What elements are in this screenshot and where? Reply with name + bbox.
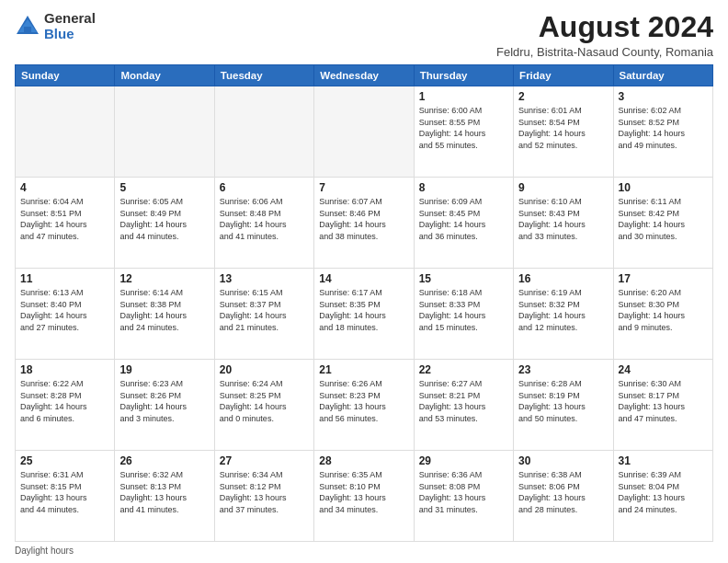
logo: General Blue [15, 11, 96, 41]
calendar-cell-w2-d4: 7Sunrise: 6:07 AM Sunset: 8:46 PM Daylig… [314, 178, 414, 269]
calendar-cell-w3-d2: 12Sunrise: 6:14 AM Sunset: 8:38 PM Dayli… [115, 269, 214, 360]
day-number: 4 [20, 181, 109, 194]
day-info: Sunrise: 6:17 AM Sunset: 8:35 PM Dayligh… [319, 287, 408, 333]
calendar-cell-w2-d7: 10Sunrise: 6:11 AM Sunset: 8:42 PM Dayli… [613, 178, 712, 269]
calendar-cell-w1-d3 [214, 86, 313, 178]
calendar-cell-w2-d1: 4Sunrise: 6:04 AM Sunset: 8:51 PM Daylig… [16, 178, 115, 269]
logo-blue-text: Blue [44, 27, 96, 42]
day-info: Sunrise: 6:13 AM Sunset: 8:40 PM Dayligh… [20, 287, 109, 333]
col-sunday: Sunday [16, 65, 115, 86]
day-number: 27 [220, 454, 309, 467]
calendar-week-1: 1Sunrise: 6:00 AM Sunset: 8:55 PM Daylig… [16, 86, 713, 178]
logo-general-text: General [44, 11, 96, 27]
header: General Blue August 2024 Feldru, Bistrit… [15, 11, 713, 59]
calendar-cell-w3-d1: 11Sunrise: 6:13 AM Sunset: 8:40 PM Dayli… [16, 269, 115, 360]
day-number: 21 [319, 363, 408, 376]
calendar-cell-w3-d4: 14Sunrise: 6:17 AM Sunset: 8:35 PM Dayli… [314, 269, 414, 360]
day-number: 22 [419, 363, 508, 376]
day-info: Sunrise: 6:01 AM Sunset: 8:54 PM Dayligh… [518, 105, 608, 151]
day-info: Sunrise: 6:30 AM Sunset: 8:17 PM Dayligh… [619, 378, 708, 424]
day-number: 23 [518, 363, 608, 376]
day-number: 28 [319, 454, 408, 467]
calendar-cell-w4-d4: 21Sunrise: 6:26 AM Sunset: 8:23 PM Dayli… [314, 360, 414, 451]
calendar-cell-w1-d4 [314, 86, 414, 178]
main-title: August 2024 [496, 11, 713, 43]
subtitle: Feldru, Bistrita-Nasaud County, Romania [496, 45, 713, 59]
day-number: 3 [619, 90, 708, 103]
calendar-week-5: 25Sunrise: 6:31 AM Sunset: 8:15 PM Dayli… [16, 451, 713, 542]
day-info: Sunrise: 6:15 AM Sunset: 8:37 PM Dayligh… [220, 287, 309, 333]
svg-rect-2 [24, 27, 31, 34]
day-info: Sunrise: 6:19 AM Sunset: 8:32 PM Dayligh… [518, 287, 608, 333]
day-number: 30 [518, 454, 608, 467]
day-number: 1 [419, 90, 508, 103]
calendar-cell-w1-d7: 3Sunrise: 6:02 AM Sunset: 8:52 PM Daylig… [613, 86, 712, 178]
day-info: Sunrise: 6:35 AM Sunset: 8:10 PM Dayligh… [319, 469, 408, 515]
calendar-cell-w5-d2: 26Sunrise: 6:32 AM Sunset: 8:13 PM Dayli… [115, 451, 214, 542]
day-number: 11 [20, 272, 109, 285]
day-number: 18 [20, 363, 109, 376]
calendar-header-row: Sunday Monday Tuesday Wednesday Thursday… [16, 65, 713, 86]
day-info: Sunrise: 6:22 AM Sunset: 8:28 PM Dayligh… [20, 378, 109, 424]
calendar-table: Sunday Monday Tuesday Wednesday Thursday… [15, 64, 713, 542]
day-number: 16 [518, 272, 608, 285]
day-info: Sunrise: 6:28 AM Sunset: 8:19 PM Dayligh… [518, 378, 608, 424]
day-number: 2 [518, 90, 608, 103]
day-info: Sunrise: 6:38 AM Sunset: 8:06 PM Dayligh… [518, 469, 608, 515]
page: General Blue August 2024 Feldru, Bistrit… [0, 0, 728, 563]
calendar-cell-w5-d3: 27Sunrise: 6:34 AM Sunset: 8:12 PM Dayli… [214, 451, 313, 542]
day-number: 17 [619, 272, 708, 285]
logo-icon [15, 14, 40, 40]
day-info: Sunrise: 6:06 AM Sunset: 8:48 PM Dayligh… [220, 196, 309, 242]
day-info: Sunrise: 6:07 AM Sunset: 8:46 PM Dayligh… [319, 196, 408, 242]
calendar-week-4: 18Sunrise: 6:22 AM Sunset: 8:28 PM Dayli… [16, 360, 713, 451]
day-number: 8 [419, 181, 508, 194]
calendar-cell-w4-d1: 18Sunrise: 6:22 AM Sunset: 8:28 PM Dayli… [16, 360, 115, 451]
day-info: Sunrise: 6:05 AM Sunset: 8:49 PM Dayligh… [119, 196, 209, 242]
calendar-cell-w5-d5: 29Sunrise: 6:36 AM Sunset: 8:08 PM Dayli… [414, 451, 513, 542]
calendar-cell-w2-d6: 9Sunrise: 6:10 AM Sunset: 8:43 PM Daylig… [514, 178, 613, 269]
day-number: 7 [319, 181, 408, 194]
footer-note: Daylight hours [15, 546, 713, 556]
day-info: Sunrise: 6:11 AM Sunset: 8:42 PM Dayligh… [619, 196, 708, 242]
day-info: Sunrise: 6:36 AM Sunset: 8:08 PM Dayligh… [419, 469, 508, 515]
day-info: Sunrise: 6:18 AM Sunset: 8:33 PM Dayligh… [419, 287, 508, 333]
day-number: 20 [220, 363, 309, 376]
day-info: Sunrise: 6:04 AM Sunset: 8:51 PM Dayligh… [20, 196, 109, 242]
calendar-cell-w4-d5: 22Sunrise: 6:27 AM Sunset: 8:21 PM Dayli… [414, 360, 513, 451]
day-info: Sunrise: 6:09 AM Sunset: 8:45 PM Dayligh… [419, 196, 508, 242]
calendar-cell-w2-d5: 8Sunrise: 6:09 AM Sunset: 8:45 PM Daylig… [414, 178, 513, 269]
calendar-cell-w2-d2: 5Sunrise: 6:05 AM Sunset: 8:49 PM Daylig… [115, 178, 214, 269]
day-number: 14 [319, 272, 408, 285]
col-thursday: Thursday [414, 65, 513, 86]
day-number: 26 [119, 454, 209, 467]
day-number: 19 [119, 363, 209, 376]
calendar-cell-w1-d1 [16, 86, 115, 178]
day-number: 15 [419, 272, 508, 285]
calendar-cell-w4-d2: 19Sunrise: 6:23 AM Sunset: 8:26 PM Dayli… [115, 360, 214, 451]
day-info: Sunrise: 6:32 AM Sunset: 8:13 PM Dayligh… [119, 469, 209, 515]
day-info: Sunrise: 6:23 AM Sunset: 8:26 PM Dayligh… [119, 378, 209, 424]
col-wednesday: Wednesday [314, 65, 414, 86]
col-tuesday: Tuesday [214, 65, 313, 86]
title-block: August 2024 Feldru, Bistrita-Nasaud Coun… [496, 11, 713, 59]
calendar-cell-w4-d6: 23Sunrise: 6:28 AM Sunset: 8:19 PM Dayli… [514, 360, 613, 451]
calendar-cell-w4-d3: 20Sunrise: 6:24 AM Sunset: 8:25 PM Dayli… [214, 360, 313, 451]
day-number: 29 [419, 454, 508, 467]
day-info: Sunrise: 6:00 AM Sunset: 8:55 PM Dayligh… [419, 105, 508, 151]
day-number: 24 [619, 363, 708, 376]
calendar-cell-w3-d5: 15Sunrise: 6:18 AM Sunset: 8:33 PM Dayli… [414, 269, 513, 360]
day-number: 10 [619, 181, 708, 194]
day-number: 25 [20, 454, 109, 467]
calendar-cell-w5-d1: 25Sunrise: 6:31 AM Sunset: 8:15 PM Dayli… [16, 451, 115, 542]
day-info: Sunrise: 6:27 AM Sunset: 8:21 PM Dayligh… [419, 378, 508, 424]
day-info: Sunrise: 6:39 AM Sunset: 8:04 PM Dayligh… [619, 469, 708, 515]
calendar-cell-w1-d6: 2Sunrise: 6:01 AM Sunset: 8:54 PM Daylig… [514, 86, 613, 178]
day-number: 6 [220, 181, 309, 194]
day-info: Sunrise: 6:02 AM Sunset: 8:52 PM Dayligh… [619, 105, 708, 151]
col-saturday: Saturday [613, 65, 712, 86]
day-info: Sunrise: 6:10 AM Sunset: 8:43 PM Dayligh… [518, 196, 608, 242]
col-friday: Friday [514, 65, 613, 86]
day-info: Sunrise: 6:20 AM Sunset: 8:30 PM Dayligh… [619, 287, 708, 333]
day-number: 31 [619, 454, 708, 467]
